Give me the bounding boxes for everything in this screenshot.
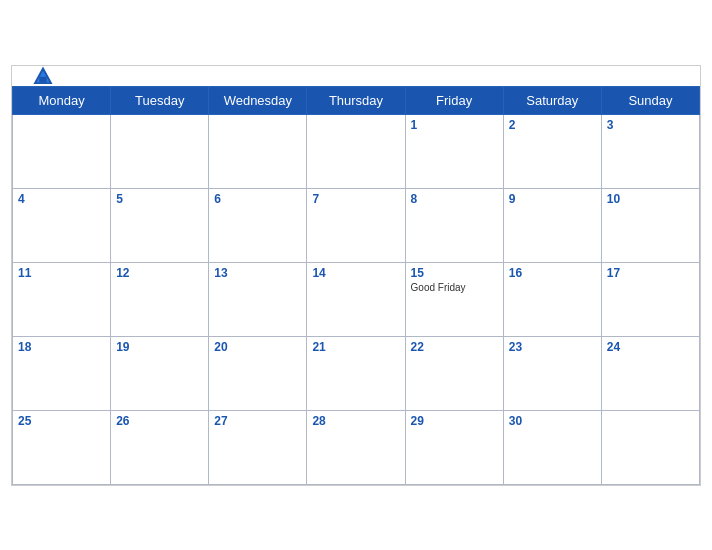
- week-row-4: 18192021222324: [13, 336, 700, 410]
- calendar-cell: 12: [111, 262, 209, 336]
- calendar-cell: [307, 114, 405, 188]
- day-number: 23: [509, 340, 596, 354]
- weekday-header-thursday: Thursday: [307, 86, 405, 114]
- day-event: Good Friday: [411, 282, 498, 293]
- day-number: 18: [18, 340, 105, 354]
- day-number: 29: [411, 414, 498, 428]
- weekday-header-row: MondayTuesdayWednesdayThursdayFridaySatu…: [13, 86, 700, 114]
- calendar-cell: 27: [209, 410, 307, 484]
- calendar-cell: 30: [503, 410, 601, 484]
- day-number: 21: [312, 340, 399, 354]
- calendar-body: 123456789101112131415Good Friday16171819…: [13, 114, 700, 484]
- day-number: 28: [312, 414, 399, 428]
- day-number: 22: [411, 340, 498, 354]
- calendar-cell: [13, 114, 111, 188]
- day-number: 1: [411, 118, 498, 132]
- day-number: 2: [509, 118, 596, 132]
- weekday-header-wednesday: Wednesday: [209, 86, 307, 114]
- day-number: 19: [116, 340, 203, 354]
- day-number: 9: [509, 192, 596, 206]
- day-number: 6: [214, 192, 301, 206]
- calendar-cell: 22: [405, 336, 503, 410]
- logo: [32, 65, 58, 87]
- day-number: 7: [312, 192, 399, 206]
- weekday-header-sunday: Sunday: [601, 86, 699, 114]
- weekday-header-saturday: Saturday: [503, 86, 601, 114]
- calendar-cell: 14: [307, 262, 405, 336]
- day-number: 17: [607, 266, 694, 280]
- calendar-cell: 3: [601, 114, 699, 188]
- day-number: 11: [18, 266, 105, 280]
- calendar-cell: 24: [601, 336, 699, 410]
- calendar-cell: 4: [13, 188, 111, 262]
- calendar-table: MondayTuesdayWednesdayThursdayFridaySatu…: [12, 86, 700, 485]
- calendar-cell: 15Good Friday: [405, 262, 503, 336]
- generalblue-logo-icon: [32, 65, 54, 87]
- calendar-container: MondayTuesdayWednesdayThursdayFridaySatu…: [11, 65, 701, 486]
- day-number: 10: [607, 192, 694, 206]
- calendar-header: [12, 66, 700, 86]
- calendar-cell: 16: [503, 262, 601, 336]
- day-number: 25: [18, 414, 105, 428]
- calendar-cell: 29: [405, 410, 503, 484]
- calendar-cell: 2: [503, 114, 601, 188]
- day-number: 5: [116, 192, 203, 206]
- calendar-cell: [209, 114, 307, 188]
- day-number: 20: [214, 340, 301, 354]
- calendar-cell: 21: [307, 336, 405, 410]
- calendar-cell: 17: [601, 262, 699, 336]
- svg-rect-2: [39, 76, 46, 82]
- calendar-cell: 23: [503, 336, 601, 410]
- day-number: 3: [607, 118, 694, 132]
- day-number: 12: [116, 266, 203, 280]
- weekday-header-friday: Friday: [405, 86, 503, 114]
- calendar-cell: 9: [503, 188, 601, 262]
- day-number: 27: [214, 414, 301, 428]
- week-row-1: 123: [13, 114, 700, 188]
- day-number: 14: [312, 266, 399, 280]
- calendar-cell: 19: [111, 336, 209, 410]
- calendar-cell: 26: [111, 410, 209, 484]
- calendar-cell: [111, 114, 209, 188]
- calendar-cell: 18: [13, 336, 111, 410]
- calendar-cell: 1: [405, 114, 503, 188]
- calendar-thead: MondayTuesdayWednesdayThursdayFridaySatu…: [13, 86, 700, 114]
- calendar-cell: 10: [601, 188, 699, 262]
- weekday-header-monday: Monday: [13, 86, 111, 114]
- day-number: 15: [411, 266, 498, 280]
- week-row-5: 252627282930: [13, 410, 700, 484]
- calendar-cell: 6: [209, 188, 307, 262]
- day-number: 30: [509, 414, 596, 428]
- day-number: 4: [18, 192, 105, 206]
- calendar-cell: 7: [307, 188, 405, 262]
- day-number: 26: [116, 414, 203, 428]
- day-number: 24: [607, 340, 694, 354]
- day-number: 8: [411, 192, 498, 206]
- calendar-cell: [601, 410, 699, 484]
- calendar-cell: 8: [405, 188, 503, 262]
- calendar-cell: 11: [13, 262, 111, 336]
- calendar-cell: 25: [13, 410, 111, 484]
- calendar-cell: 5: [111, 188, 209, 262]
- calendar-cell: 13: [209, 262, 307, 336]
- day-number: 16: [509, 266, 596, 280]
- week-row-2: 45678910: [13, 188, 700, 262]
- day-number: 13: [214, 266, 301, 280]
- weekday-header-tuesday: Tuesday: [111, 86, 209, 114]
- calendar-cell: 28: [307, 410, 405, 484]
- week-row-3: 1112131415Good Friday1617: [13, 262, 700, 336]
- calendar-cell: 20: [209, 336, 307, 410]
